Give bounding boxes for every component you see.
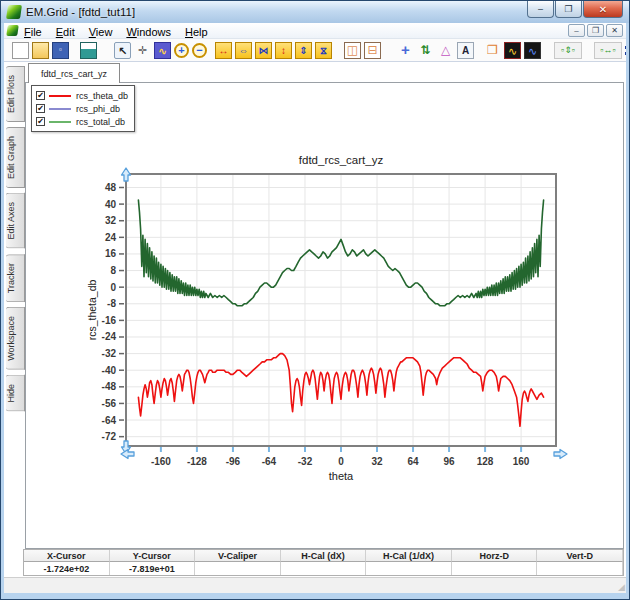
x-tick-label: 32 [371, 456, 383, 467]
zoom-to-data-button[interactable]: ∿ [154, 42, 171, 59]
y-tick-label: -8 [107, 298, 116, 309]
cursor-table-header-row: X-CursorY-CursorV-CaliperH-Cal (dX)H-Cal… [24, 550, 623, 562]
open-file-button[interactable] [32, 42, 49, 59]
y-tick-label: -32 [102, 348, 117, 359]
toolbar: ▫↖✛∿+−↔⇔⋈↕⇕⧖◫⊟+⇅△A❐∿∿▫⇕▫▫↔▫Layout [4, 39, 626, 62]
axis-handle-right-icon[interactable] [554, 450, 567, 459]
sidebar-tab-workspace[interactable]: Workspace [6, 307, 25, 370]
copy-plot-button[interactable]: ❐ [484, 42, 501, 59]
y-tick-label: 8 [110, 265, 116, 276]
print-button[interactable] [80, 42, 97, 59]
expand-y-button[interactable]: ↕ [275, 42, 292, 59]
cursor-col-y-cursor: Y-Cursor [110, 550, 196, 562]
axes-tool-button[interactable]: ⇅ [417, 42, 434, 59]
zoom-in-button[interactable]: + [174, 43, 189, 58]
menu-help[interactable]: Help [185, 26, 208, 38]
text-annotation-button[interactable]: A [457, 42, 474, 59]
legend-line-swatch [49, 95, 71, 97]
document-tab[interactable]: fdtd_rcs_cart_yz [28, 63, 120, 83]
x-tick-label: 160 [513, 456, 530, 467]
legend-label: rcs_total_db [76, 117, 125, 127]
cursor-value-horz-d [452, 562, 538, 575]
fit-x-button[interactable]: ⋈ [255, 42, 272, 59]
legend-line-swatch [49, 121, 71, 123]
legend-label: rcs_phi_db [76, 104, 120, 114]
toolbar-gap [100, 42, 114, 59]
menu-edit[interactable]: Edit [56, 26, 75, 38]
x-tick-label: 96 [444, 456, 456, 467]
x-tick-label: 0 [338, 456, 344, 467]
x-axis-label: theta [329, 470, 354, 482]
cursor-value-y-cursor: -7.819e+01 [110, 562, 196, 575]
layout-bars-icon [625, 46, 626, 55]
resize-grip-icon[interactable]: ◢ [618, 583, 625, 592]
menu-view[interactable]: View [89, 26, 113, 38]
sidebar-tab-edit-graph[interactable]: Edit Graph [6, 127, 25, 188]
new-file-button[interactable] [12, 42, 29, 59]
y-tick-label: -48 [102, 381, 117, 392]
mdi-close-button[interactable]: ✕ [606, 24, 623, 37]
layout-button[interactable]: Layout [625, 45, 626, 56]
crosshair-button[interactable]: + [397, 42, 414, 59]
restore-button[interactable]: ❐ [555, 1, 582, 18]
link-y-axes-button[interactable]: ▫⇕▫ [554, 42, 582, 59]
document-icon [6, 25, 19, 36]
split-vertical-button[interactable]: ◫ [344, 42, 361, 59]
expand-x-button[interactable]: ↔ [215, 42, 232, 59]
cursor-col-h-cal-dx-: H-Cal (dX) [281, 550, 367, 562]
cursor-readout-table: X-CursorY-CursorV-CaliperH-Cal (dX)H-Cal… [23, 549, 624, 576]
zoom-out-button[interactable]: − [192, 43, 207, 58]
plot-svg[interactable]: -160-128-96-64-3203264961281604840322416… [87, 150, 569, 482]
toolbar-gap [384, 42, 397, 59]
mdi-restore-button[interactable]: ❐ [587, 24, 604, 37]
fit-y-button[interactable]: ⧖ [315, 42, 332, 59]
link-x-axes-button[interactable]: ▫↔▫ [594, 42, 622, 59]
axis-handle-up-icon[interactable] [122, 168, 131, 181]
toolbar-gap [544, 42, 554, 59]
plot-legend: ✔rcs_theta_db✔rcs_phi_db✔rcs_total_db [31, 85, 135, 132]
y-tick-label: -24 [102, 331, 117, 342]
legend-row-rcs-theta-db: ✔rcs_theta_db [36, 89, 128, 102]
window-controls: –❐✕ [526, 1, 623, 18]
save-button[interactable]: ▫ [52, 42, 69, 59]
y-tick-label: -56 [102, 398, 117, 409]
legend-checkbox-rcs-phi-db[interactable]: ✔ [36, 104, 45, 113]
legend-checkbox-rcs-total-db[interactable]: ✔ [36, 117, 45, 126]
menu-windows[interactable]: Windows [126, 26, 171, 38]
sidebar-tab-tracker[interactable]: Tracker [6, 254, 25, 302]
sidebar-tab-edit-plots[interactable]: Edit Plots [6, 66, 25, 122]
legend-label: rcs_theta_db [76, 91, 128, 101]
x-tick-label: -96 [226, 456, 241, 467]
x-tick-label: -64 [262, 456, 277, 467]
sidebar-tab-hide[interactable]: Hide [6, 375, 25, 412]
pan-hand-button[interactable]: ✛ [134, 42, 151, 59]
shrink-y-button[interactable]: ⇕ [295, 42, 312, 59]
y-tick-label: -72 [102, 431, 117, 442]
cursor-value-h-cal-1-dx- [366, 562, 452, 575]
legend-checkbox-rcs-theta-db[interactable]: ✔ [36, 91, 45, 100]
cursor-table-value-row: -1.724e+02-7.819e+01 [24, 562, 623, 575]
close-button[interactable]: ✕ [583, 1, 623, 18]
toolbar-gap [335, 42, 344, 59]
dark-plot-style-2-button[interactable]: ∿ [524, 42, 541, 59]
minimize-button[interactable]: – [527, 1, 554, 18]
x-tick-label: 64 [407, 456, 419, 467]
mdi-minimize-button[interactable]: – [568, 24, 585, 37]
menu-file[interactable]: File [24, 26, 42, 38]
sidebar-tab-edit-axes[interactable]: Edit Axes [6, 193, 25, 249]
caliper-tool-button[interactable]: △ [437, 42, 454, 59]
split-horizontal-button[interactable]: ⊟ [364, 42, 381, 59]
legend-line-swatch [49, 108, 71, 110]
plot-panel: ✔rcs_theta_db✔rcs_phi_db✔rcs_total_db -1… [25, 82, 624, 549]
cursor-value-v-caliper [195, 562, 281, 575]
shrink-x-button[interactable]: ⇔ [235, 42, 252, 59]
title-bar[interactable]: EM.Grid - [fdtd_tut11] –❐✕ [1, 1, 629, 23]
axis-handle-left-icon[interactable] [121, 450, 134, 459]
select-pointer-button[interactable]: ↖ [114, 42, 131, 59]
menu-bar: FileEditViewWindowsHelp –❐✕ [4, 23, 626, 39]
cursor-value-x-cursor: -1.724e+02 [24, 562, 110, 575]
plot-canvas[interactable]: -160-128-96-64-3203264961281604840322416… [87, 150, 569, 482]
toolbar-gap [72, 42, 80, 59]
dark-plot-style-button[interactable]: ∿ [504, 42, 521, 59]
cursor-value-vert-d [537, 562, 623, 575]
